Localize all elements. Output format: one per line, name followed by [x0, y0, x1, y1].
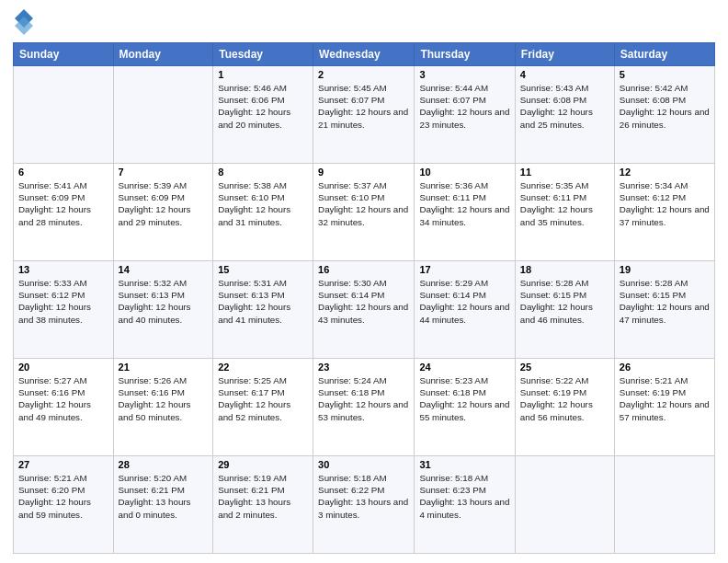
day-number: 19 — [620, 264, 710, 275]
calendar-cell — [515, 456, 614, 554]
cell-info: Sunrise: 5:38 AM Sunset: 6:10 PM Dayligh… — [218, 179, 308, 228]
calendar-week-row: 27Sunrise: 5:21 AM Sunset: 6:20 PM Dayli… — [14, 456, 715, 554]
cell-info: Sunrise: 5:22 AM Sunset: 6:19 PM Dayligh… — [520, 374, 609, 423]
calendar-cell: 2Sunrise: 5:45 AM Sunset: 6:07 PM Daylig… — [313, 66, 415, 164]
day-number: 7 — [119, 167, 209, 178]
day-header-saturday: Saturday — [614, 43, 714, 66]
day-header-thursday: Thursday — [415, 43, 515, 66]
cell-info: Sunrise: 5:20 AM Sunset: 6:21 PM Dayligh… — [119, 472, 209, 521]
calendar-week-row: 20Sunrise: 5:27 AM Sunset: 6:16 PM Dayli… — [14, 359, 715, 456]
cell-info: Sunrise: 5:36 AM Sunset: 6:11 PM Dayligh… — [419, 179, 509, 228]
cell-info: Sunrise: 5:18 AM Sunset: 6:22 PM Dayligh… — [318, 472, 409, 521]
day-header-monday: Monday — [113, 43, 213, 66]
cell-info: Sunrise: 5:45 AM Sunset: 6:07 PM Dayligh… — [318, 82, 409, 131]
calendar-table: SundayMondayTuesdayWednesdayThursdayFrid… — [13, 42, 715, 554]
day-number: 16 — [318, 264, 409, 275]
calendar-cell: 18Sunrise: 5:28 AM Sunset: 6:15 PM Dayli… — [515, 261, 614, 359]
day-number: 17 — [419, 264, 509, 275]
cell-info: Sunrise: 5:35 AM Sunset: 6:11 PM Dayligh… — [520, 179, 609, 228]
day-number: 26 — [620, 362, 710, 373]
day-number: 10 — [419, 167, 509, 178]
calendar-cell: 16Sunrise: 5:30 AM Sunset: 6:14 PM Dayli… — [313, 261, 415, 359]
day-number: 31 — [419, 459, 509, 470]
calendar-cell: 4Sunrise: 5:43 AM Sunset: 6:08 PM Daylig… — [515, 66, 614, 164]
calendar-cell: 6Sunrise: 5:41 AM Sunset: 6:09 PM Daylig… — [14, 164, 114, 261]
cell-info: Sunrise: 5:25 AM Sunset: 6:17 PM Dayligh… — [218, 374, 308, 423]
calendar-cell: 26Sunrise: 5:21 AM Sunset: 6:19 PM Dayli… — [614, 359, 714, 456]
calendar-cell: 19Sunrise: 5:28 AM Sunset: 6:15 PM Dayli… — [614, 261, 714, 359]
calendar-cell: 3Sunrise: 5:44 AM Sunset: 6:07 PM Daylig… — [415, 66, 515, 164]
cell-info: Sunrise: 5:41 AM Sunset: 6:09 PM Dayligh… — [18, 179, 108, 228]
page: SundayMondayTuesdayWednesdayThursdayFrid… — [0, 0, 728, 563]
calendar-cell: 22Sunrise: 5:25 AM Sunset: 6:17 PM Dayli… — [213, 359, 313, 456]
day-number: 29 — [218, 459, 308, 470]
day-number: 14 — [119, 264, 209, 275]
header — [13, 9, 715, 35]
calendar-cell: 17Sunrise: 5:29 AM Sunset: 6:14 PM Dayli… — [415, 261, 515, 359]
day-number: 23 — [318, 362, 409, 373]
calendar-cell: 27Sunrise: 5:21 AM Sunset: 6:20 PM Dayli… — [14, 456, 114, 554]
cell-info: Sunrise: 5:28 AM Sunset: 6:15 PM Dayligh… — [520, 277, 609, 326]
day-number: 11 — [520, 167, 609, 178]
cell-info: Sunrise: 5:32 AM Sunset: 6:13 PM Dayligh… — [119, 277, 209, 326]
cell-info: Sunrise: 5:21 AM Sunset: 6:19 PM Dayligh… — [620, 374, 710, 423]
cell-info: Sunrise: 5:44 AM Sunset: 6:07 PM Dayligh… — [419, 82, 509, 131]
calendar-cell: 29Sunrise: 5:19 AM Sunset: 6:21 PM Dayli… — [213, 456, 313, 554]
cell-info: Sunrise: 5:29 AM Sunset: 6:14 PM Dayligh… — [419, 277, 509, 326]
day-number: 28 — [119, 459, 209, 470]
day-number: 21 — [119, 362, 209, 373]
day-number: 8 — [218, 167, 308, 178]
calendar-cell: 12Sunrise: 5:34 AM Sunset: 6:12 PM Dayli… — [614, 164, 714, 261]
logo — [13, 9, 35, 35]
day-header-wednesday: Wednesday — [313, 43, 415, 66]
calendar-cell: 23Sunrise: 5:24 AM Sunset: 6:18 PM Dayli… — [313, 359, 415, 456]
cell-info: Sunrise: 5:34 AM Sunset: 6:12 PM Dayligh… — [620, 179, 710, 228]
cell-info: Sunrise: 5:21 AM Sunset: 6:20 PM Dayligh… — [18, 472, 108, 521]
calendar-cell: 13Sunrise: 5:33 AM Sunset: 6:12 PM Dayli… — [14, 261, 114, 359]
cell-info: Sunrise: 5:18 AM Sunset: 6:23 PM Dayligh… — [419, 472, 509, 521]
calendar-cell: 24Sunrise: 5:23 AM Sunset: 6:18 PM Dayli… — [415, 359, 515, 456]
day-header-tuesday: Tuesday — [213, 43, 313, 66]
cell-info: Sunrise: 5:26 AM Sunset: 6:16 PM Dayligh… — [119, 374, 209, 423]
logo-icon — [15, 9, 33, 35]
calendar-cell: 10Sunrise: 5:36 AM Sunset: 6:11 PM Dayli… — [415, 164, 515, 261]
calendar-week-row: 6Sunrise: 5:41 AM Sunset: 6:09 PM Daylig… — [14, 164, 715, 261]
day-number: 30 — [318, 459, 409, 470]
calendar-cell: 20Sunrise: 5:27 AM Sunset: 6:16 PM Dayli… — [14, 359, 114, 456]
cell-info: Sunrise: 5:28 AM Sunset: 6:15 PM Dayligh… — [620, 277, 710, 326]
day-number: 24 — [419, 362, 509, 373]
calendar-cell: 25Sunrise: 5:22 AM Sunset: 6:19 PM Dayli… — [515, 359, 614, 456]
calendar-cell: 21Sunrise: 5:26 AM Sunset: 6:16 PM Dayli… — [113, 359, 213, 456]
day-number: 9 — [318, 167, 409, 178]
calendar-cell: 30Sunrise: 5:18 AM Sunset: 6:22 PM Dayli… — [313, 456, 415, 554]
calendar-cell: 7Sunrise: 5:39 AM Sunset: 6:09 PM Daylig… — [113, 164, 213, 261]
day-number: 4 — [520, 69, 609, 80]
day-number: 6 — [18, 167, 108, 178]
calendar-cell: 31Sunrise: 5:18 AM Sunset: 6:23 PM Dayli… — [415, 456, 515, 554]
day-number: 3 — [419, 69, 509, 80]
day-number: 25 — [520, 362, 609, 373]
calendar-cell — [14, 66, 114, 164]
calendar-cell: 9Sunrise: 5:37 AM Sunset: 6:10 PM Daylig… — [313, 164, 415, 261]
day-number: 2 — [318, 69, 409, 80]
calendar-cell: 11Sunrise: 5:35 AM Sunset: 6:11 PM Dayli… — [515, 164, 614, 261]
cell-info: Sunrise: 5:19 AM Sunset: 6:21 PM Dayligh… — [218, 472, 308, 521]
day-header-sunday: Sunday — [14, 43, 114, 66]
calendar-cell — [113, 66, 213, 164]
cell-info: Sunrise: 5:46 AM Sunset: 6:06 PM Dayligh… — [218, 82, 308, 131]
cell-info: Sunrise: 5:30 AM Sunset: 6:14 PM Dayligh… — [318, 277, 409, 326]
calendar-week-row: 13Sunrise: 5:33 AM Sunset: 6:12 PM Dayli… — [14, 261, 715, 359]
cell-info: Sunrise: 5:39 AM Sunset: 6:09 PM Dayligh… — [119, 179, 209, 228]
cell-info: Sunrise: 5:37 AM Sunset: 6:10 PM Dayligh… — [318, 179, 409, 228]
cell-info: Sunrise: 5:33 AM Sunset: 6:12 PM Dayligh… — [18, 277, 108, 326]
calendar-week-row: 1Sunrise: 5:46 AM Sunset: 6:06 PM Daylig… — [14, 66, 715, 164]
cell-info: Sunrise: 5:24 AM Sunset: 6:18 PM Dayligh… — [318, 374, 409, 423]
day-number: 13 — [18, 264, 108, 275]
day-number: 1 — [218, 69, 308, 80]
calendar-cell: 8Sunrise: 5:38 AM Sunset: 6:10 PM Daylig… — [213, 164, 313, 261]
cell-info: Sunrise: 5:43 AM Sunset: 6:08 PM Dayligh… — [520, 82, 609, 131]
day-number: 27 — [18, 459, 108, 470]
day-number: 20 — [18, 362, 108, 373]
day-number: 12 — [620, 167, 710, 178]
calendar-cell: 15Sunrise: 5:31 AM Sunset: 6:13 PM Dayli… — [213, 261, 313, 359]
